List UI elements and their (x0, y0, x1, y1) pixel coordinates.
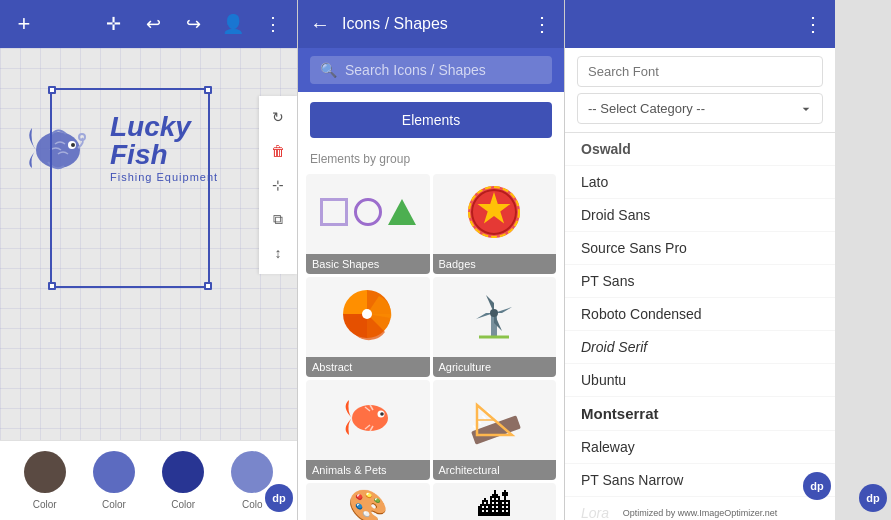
canvas-grid: Lucky Fish Fishing Equipment (0, 48, 297, 440)
category-architectural[interactable]: Architectural (433, 380, 557, 480)
more2-preview: 🏙 (433, 483, 557, 520)
icons-panel-title: Icons / Shapes (342, 15, 520, 33)
paint-emoji: 🎨 (348, 487, 388, 521)
swatch-label-2: Color (102, 499, 126, 510)
category-agriculture[interactable]: Agriculture (433, 277, 557, 377)
selection-box[interactable] (50, 88, 210, 288)
font-item-montserrat[interactable]: Montserrat (565, 397, 835, 431)
icons-grid: Basic Shapes Badges (298, 174, 564, 520)
back-button[interactable]: ← (310, 13, 330, 36)
badges-preview (433, 174, 557, 249)
agriculture-label: Agriculture (433, 357, 557, 377)
swatch-label-1: Color (33, 499, 57, 510)
swatch-circle-2[interactable] (93, 451, 135, 493)
badge-svg (464, 182, 524, 242)
category-animals[interactable]: Animals & Pets (306, 380, 430, 480)
svg-line-22 (482, 415, 485, 419)
abstract-preview (306, 277, 430, 352)
sort-tool[interactable]: ↕ (263, 238, 293, 268)
elements-by-group-label: Elements by group (298, 148, 564, 174)
editor-toolbar: + ✛ ↩ ↪ 👤 ⋮ (0, 0, 297, 48)
search-icon: 🔍 (320, 62, 337, 78)
font-search-bar: -- Select Category -- (565, 48, 835, 133)
dp-logo-fonts: dp (803, 472, 831, 500)
category-abstract[interactable]: Abstract (306, 277, 430, 377)
category-more2[interactable]: 🏙 (433, 483, 557, 520)
watermark: Optimized by www.ImageOptimizer.net (565, 506, 835, 520)
font-item-roboto-condensed[interactable]: Roboto Condensed (565, 298, 835, 331)
undo-button[interactable]: ↩ (141, 12, 165, 36)
handle-br[interactable] (204, 282, 212, 290)
font-item-source-sans-pro[interactable]: Source Sans Pro (565, 232, 835, 265)
animals-label: Animals & Pets (306, 460, 430, 480)
swatch-label-3: Color (171, 499, 195, 510)
font-item-droid-sans[interactable]: Droid Sans (565, 199, 835, 232)
color-swatches: Color Color Color Colo (0, 440, 297, 520)
search-placeholder: Search Icons / Shapes (345, 62, 486, 78)
animals-svg (335, 385, 400, 450)
swatch-circle-1[interactable] (24, 451, 66, 493)
handle-tl[interactable] (48, 86, 56, 94)
resize-tool[interactable]: ⊹ (263, 170, 293, 200)
agriculture-svg (464, 285, 524, 345)
swatch-circle-4[interactable] (231, 451, 273, 493)
svg-point-12 (352, 405, 388, 431)
redo-button[interactable]: ↪ (181, 12, 205, 36)
font-item-pt-sans-narrow[interactable]: PT Sans Narrow (565, 464, 835, 497)
icons-panel-header: ← Icons / Shapes ⋮ (298, 0, 564, 48)
icons-search-container[interactable]: 🔍 Search Icons / Shapes (310, 56, 552, 84)
profile-icon[interactable]: 👤 (221, 12, 245, 36)
fonts-panel: ⋮ -- Select Category -- Oswald Lato Droi… (565, 0, 835, 520)
canvas-area[interactable]: Lucky Fish Fishing Equipment ↻ 🗑 ⊹ ⧉ ↕ (0, 48, 297, 440)
font-item-oswald[interactable]: Oswald (565, 133, 835, 166)
dp-logo-icons: dp (859, 484, 887, 512)
abstract-svg (335, 282, 400, 347)
handle-bl[interactable] (48, 282, 56, 290)
architectural-preview (433, 380, 557, 455)
svg-point-8 (362, 309, 372, 319)
font-list: Oswald Lato Droid Sans Source Sans Pro P… (565, 133, 835, 520)
agriculture-preview (433, 277, 557, 352)
fonts-panel-header: ⋮ (565, 0, 835, 48)
elements-button[interactable]: Elements (310, 102, 552, 138)
swatch-3[interactable]: Color (162, 451, 204, 510)
add-button[interactable]: + (12, 12, 36, 36)
architectural-svg (462, 385, 527, 450)
basic-shapes-preview (306, 174, 430, 249)
swatch-1[interactable]: Color (24, 451, 66, 510)
svg-point-14 (380, 412, 384, 416)
font-item-raleway[interactable]: Raleway (565, 431, 835, 464)
svg-point-10 (490, 309, 498, 317)
font-search-input[interactable] (577, 56, 823, 87)
category-badges[interactable]: Badges (433, 174, 557, 274)
swatch-2[interactable]: Color (93, 451, 135, 510)
refresh-tool[interactable]: ↻ (263, 102, 293, 132)
more1-preview: 🎨 (306, 483, 430, 520)
font-category-select[interactable]: -- Select Category -- (577, 93, 823, 124)
triangle-shape (388, 199, 416, 225)
dp-logo-editor: dp (265, 484, 293, 512)
badges-label: Badges (433, 254, 557, 274)
font-item-droid-serif[interactable]: Droid Serif (565, 331, 835, 364)
fonts-more-options[interactable]: ⋮ (803, 12, 823, 36)
font-item-pt-sans[interactable]: PT Sans (565, 265, 835, 298)
font-item-ubuntu[interactable]: Ubuntu (565, 364, 835, 397)
font-item-lato[interactable]: Lato (565, 166, 835, 199)
circle-shape (354, 198, 382, 226)
swatch-circle-3[interactable] (162, 451, 204, 493)
abstract-label: Abstract (306, 357, 430, 377)
architectural-label: Architectural (433, 460, 557, 480)
delete-tool[interactable]: 🗑 (263, 136, 293, 166)
move-icon[interactable]: ✛ (101, 12, 125, 36)
icons-search-bar: 🔍 Search Icons / Shapes (298, 48, 564, 92)
handle-tr[interactable] (204, 86, 212, 94)
landscape-emoji: 🏙 (478, 487, 510, 520)
category-more1[interactable]: 🎨 (306, 483, 430, 520)
icons-more-options[interactable]: ⋮ (532, 12, 552, 36)
icons-panel: ← Icons / Shapes ⋮ 🔍 Search Icons / Shap… (298, 0, 565, 520)
animals-preview (306, 380, 430, 455)
swatch-label-4: Colo (242, 499, 263, 510)
category-basic-shapes[interactable]: Basic Shapes (306, 174, 430, 274)
copy-tool[interactable]: ⧉ (263, 204, 293, 234)
more-options-icon[interactable]: ⋮ (261, 12, 285, 36)
